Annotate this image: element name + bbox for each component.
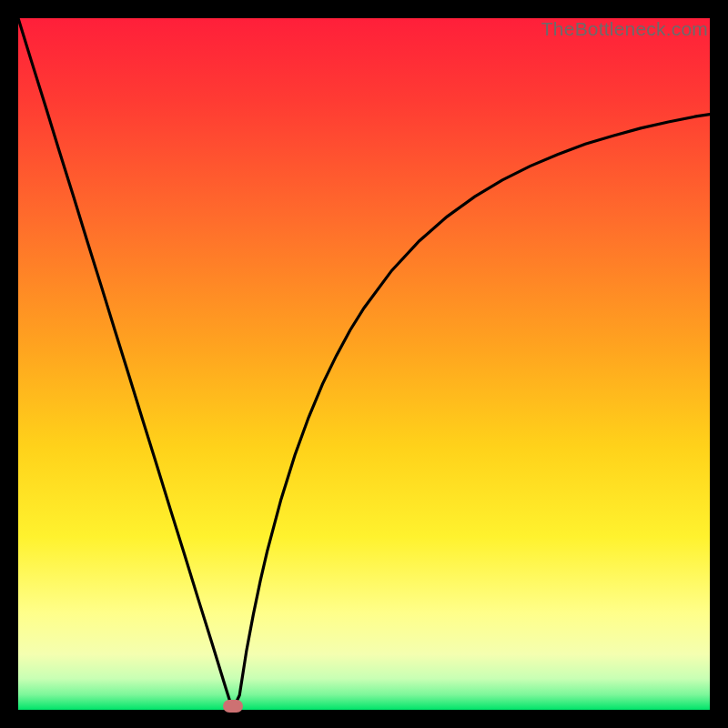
bottleneck-curve	[18, 18, 710, 710]
chart-frame: TheBottleneck.com	[18, 18, 710, 710]
optimal-point-marker	[223, 700, 243, 713]
watermark-text: TheBottleneck.com	[541, 18, 708, 40]
